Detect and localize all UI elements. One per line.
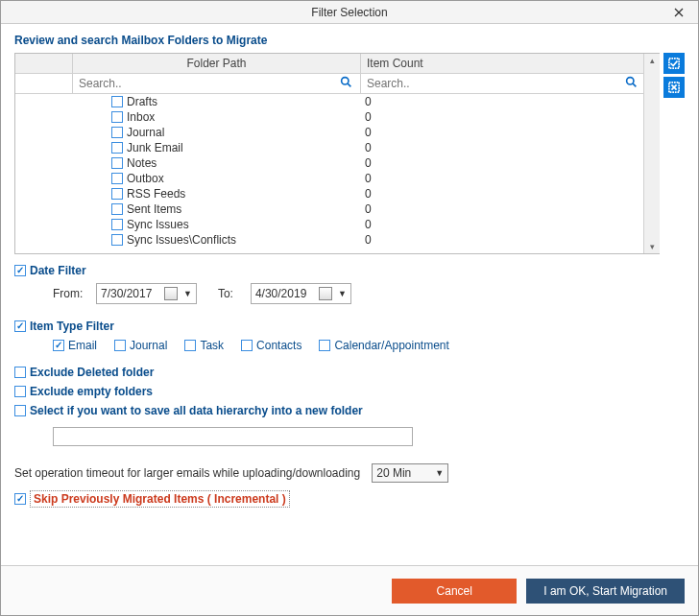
save-hierarchy-checkbox[interactable] [14,405,26,416]
task-checkbox[interactable] [184,340,196,351]
filter-selection-window: Filter Selection Review and search Mailb… [0,0,699,616]
table-row[interactable]: RSS Feeds0 [15,186,659,201]
start-migration-button[interactable]: I am OK, Start Migration [526,579,685,604]
row-checkbox[interactable] [111,96,123,107]
svg-rect-6 [669,59,679,68]
search-icon[interactable] [621,76,641,91]
email-checkbox[interactable] [53,340,64,351]
row-checkbox[interactable] [111,127,123,138]
grid-header: Folder Path Item Count [15,54,659,74]
exclude-deleted-checkbox[interactable] [14,367,26,378]
exclude-empty-checkbox[interactable] [14,386,26,397]
date-to-input[interactable]: 4/30/2019 ▼ [251,283,351,304]
item-types-row: Email Journal Task Contacts Calendar/App… [53,339,685,352]
task-checkbox-wrap[interactable]: Task [184,339,224,352]
timeout-value: 20 Min [376,466,411,480]
date-from-value: 7/30/2017 [101,287,158,300]
calendar-icon[interactable] [319,287,332,300]
calendar-label: Calendar/Appointment [334,339,448,352]
svg-point-4 [627,78,634,84]
grid-body[interactable]: Drafts0Inbox0Journal0Junk Email0Notes0Ou… [15,94,659,253]
contacts-checkbox[interactable] [241,340,253,351]
close-button[interactable] [660,1,698,24]
row-count: 0 [361,141,659,154]
new-folder-input-wrap [53,427,685,446]
chevron-down-icon: ▼ [435,468,444,478]
page-title: Review and search Mailbox Folders to Mig… [14,34,685,47]
window-title: Filter Selection [311,6,387,19]
table-row[interactable]: Sent Items0 [15,201,659,217]
exclude-empty-wrap[interactable]: Exclude empty folders [14,385,685,398]
scroll-track[interactable] [644,67,660,240]
search-item-count-input[interactable] [365,76,621,91]
folder-name: Sync Issues [127,218,189,231]
row-checkbox[interactable] [111,234,123,246]
cancel-button[interactable]: Cancel [392,579,517,604]
row-count: 0 [361,110,659,124]
table-row[interactable]: Notes0 [15,155,659,171]
calendar-checkbox[interactable] [319,340,330,351]
timeout-select[interactable]: 20 Min ▼ [372,463,448,483]
svg-line-5 [633,83,636,86]
row-path: Notes [73,156,361,170]
row-checkbox[interactable] [111,173,123,184]
table-row[interactable]: Outbox0 [15,171,659,186]
chevron-down-icon[interactable]: ▼ [338,289,347,298]
uncheck-all-icon [668,82,680,93]
row-count: 0 [361,172,659,185]
row-count: 0 [361,218,659,231]
new-folder-input[interactable] [53,427,413,446]
table-row[interactable]: Sync Issues\Conflicts0 [15,232,659,248]
search-icon[interactable] [336,76,356,91]
row-count: 0 [361,187,659,201]
titlebar: Filter Selection [1,1,698,24]
date-filter-checkbox[interactable] [14,265,26,276]
folder-name: Sync Issues\Conflicts [127,233,236,247]
date-from-label: From: [53,287,86,300]
date-filter-checkbox-wrap[interactable]: Date Filter [14,264,86,277]
journal-checkbox-wrap[interactable]: Journal [114,339,167,352]
save-hierarchy-label: Select if you want to save all data hier… [30,404,363,417]
row-checkbox[interactable] [111,203,123,215]
skip-migrated-checkbox[interactable] [14,493,26,505]
check-all-button[interactable] [663,53,685,74]
contacts-checkbox-wrap[interactable]: Contacts [241,339,301,352]
skip-migrated-wrap[interactable]: Skip Previously Migrated Items ( Increme… [14,490,290,508]
column-item-count[interactable]: Item Count [361,54,659,73]
save-hierarchy-wrap[interactable]: Select if you want to save all data hier… [14,404,685,417]
table-row[interactable]: Journal0 [15,125,659,140]
grid-search-row [15,74,659,94]
item-type-filter-checkbox[interactable] [14,320,26,332]
row-checkbox[interactable] [111,142,123,154]
exclude-deleted-wrap[interactable]: Exclude Deleted folder [14,366,685,379]
grid-scrollbar[interactable]: ▴ ▾ [643,54,660,253]
table-row[interactable]: Junk Email0 [15,140,659,155]
table-row[interactable]: Drafts0 [15,94,659,109]
search-folder-path-input[interactable] [77,76,336,91]
svg-line-3 [348,83,350,86]
row-path: Outbox [73,172,361,185]
date-from-input[interactable]: 7/30/2017 ▼ [96,283,197,304]
row-path: Sent Items [73,202,361,216]
row-checkbox[interactable] [111,188,123,200]
row-checkbox[interactable] [111,219,123,230]
scroll-down-icon[interactable]: ▾ [644,240,660,253]
chevron-down-icon[interactable]: ▼ [183,289,192,298]
row-count: 0 [361,156,659,170]
email-checkbox-wrap[interactable]: Email [53,339,97,352]
date-filter-label: Date Filter [30,264,86,277]
scroll-up-icon[interactable]: ▴ [644,54,660,67]
uncheck-all-button[interactable] [663,77,685,98]
column-folder-path[interactable]: Folder Path [73,54,361,73]
calendar-checkbox-wrap[interactable]: Calendar/Appointment [319,339,448,352]
row-checkbox[interactable] [111,157,123,169]
content-area: Review and search Mailbox Folders to Mig… [1,24,698,565]
table-row[interactable]: Inbox0 [15,109,659,125]
calendar-icon[interactable] [164,287,178,300]
journal-checkbox[interactable] [114,340,126,351]
item-type-filter-checkbox-wrap[interactable]: Item Type Filter [14,320,114,333]
row-checkbox[interactable] [111,111,123,123]
table-row[interactable]: Sync Issues0 [15,217,659,232]
folder-name: Junk Email [127,141,183,154]
folder-name: Drafts [127,95,157,108]
